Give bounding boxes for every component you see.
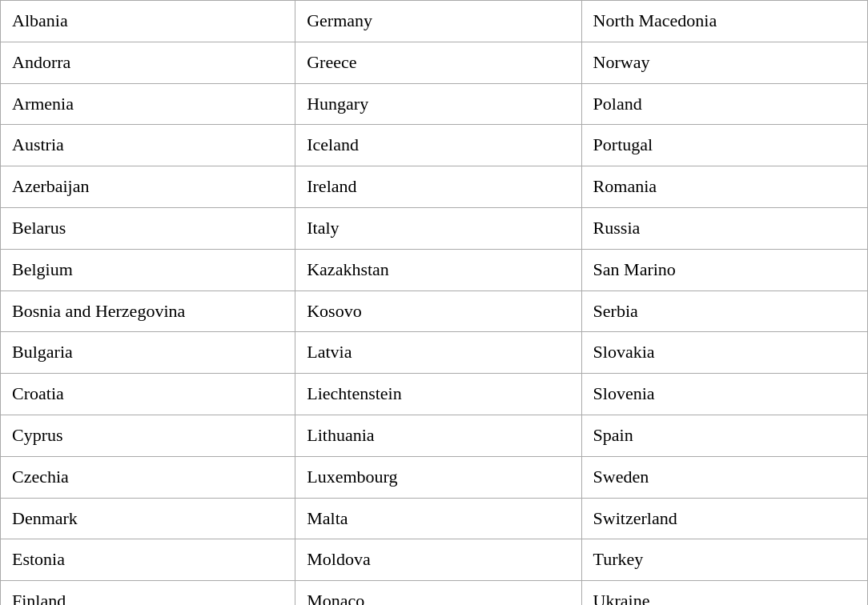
table-cell: Andorra: [1, 42, 295, 83]
table-cell: North Macedonia: [581, 1, 867, 42]
table-row: AlbaniaGermanyNorth Macedonia: [1, 1, 868, 42]
table-cell: Belgium: [1, 249, 295, 290]
table-cell: Bulgaria: [1, 332, 295, 374]
table-cell: Latvia: [295, 332, 581, 374]
countries-table: AlbaniaGermanyNorth MacedoniaAndorraGree…: [0, 0, 868, 605]
table-cell: Albania: [1, 1, 295, 42]
table-row: BulgariaLatviaSlovakia: [1, 332, 868, 374]
table-cell: Iceland: [295, 125, 581, 166]
table-cell: Moldova: [295, 539, 581, 581]
table-row: EstoniaMoldovaTurkey: [1, 539, 868, 581]
table-cell: San Marino: [581, 249, 867, 290]
table-row: BelarusItalyRussia: [1, 207, 868, 249]
table-cell: Malta: [295, 498, 581, 539]
table-cell: Bosnia and Herzegovina: [1, 290, 295, 332]
table-cell: Serbia: [581, 290, 867, 332]
table-cell: Croatia: [1, 374, 295, 415]
table-row: BelgiumKazakhstanSan Marino: [1, 249, 868, 290]
table-cell: Monaco: [295, 581, 581, 605]
table-row: Bosnia and HerzegovinaKosovoSerbia: [1, 290, 868, 332]
table-row: AndorraGreeceNorway: [1, 42, 868, 83]
table-cell: Portugal: [581, 125, 867, 166]
table-cell: Austria: [1, 125, 295, 166]
table-cell: Italy: [295, 207, 581, 249]
table-cell: Kosovo: [295, 290, 581, 332]
table-cell: Kazakhstan: [295, 249, 581, 290]
countries-table-container: AlbaniaGermanyNorth MacedoniaAndorraGree…: [0, 0, 868, 605]
table-row: ArmeniaHungaryPoland: [1, 83, 868, 125]
table-cell: Spain: [581, 415, 867, 456]
table-cell: Azerbaijan: [1, 166, 295, 208]
table-cell: Slovenia: [581, 374, 867, 415]
table-cell: Cyprus: [1, 415, 295, 456]
table-cell: Luxembourg: [295, 456, 581, 498]
table-cell: Armenia: [1, 83, 295, 125]
table-cell: Ukraine: [581, 581, 867, 605]
table-cell: Hungary: [295, 83, 581, 125]
table-cell: Norway: [581, 42, 867, 83]
table-row: AustriaIcelandPortugal: [1, 125, 868, 166]
table-cell: Belarus: [1, 207, 295, 249]
table-cell: Germany: [295, 1, 581, 42]
table-cell: Poland: [581, 83, 867, 125]
table-cell: Switzerland: [581, 498, 867, 539]
table-cell: Russia: [581, 207, 867, 249]
table-row: FinlandMonacoUkraine: [1, 581, 868, 605]
table-cell: Slovakia: [581, 332, 867, 374]
table-row: CyprusLithuaniaSpain: [1, 415, 868, 456]
table-row: DenmarkMaltaSwitzerland: [1, 498, 868, 539]
table-cell: Turkey: [581, 539, 867, 581]
table-cell: Estonia: [1, 539, 295, 581]
table-row: AzerbaijanIrelandRomania: [1, 166, 868, 208]
table-cell: Greece: [295, 42, 581, 83]
table-cell: Sweden: [581, 456, 867, 498]
table-cell: Finland: [1, 581, 295, 605]
table-cell: Czechia: [1, 456, 295, 498]
table-cell: Lithuania: [295, 415, 581, 456]
table-cell: Liechtenstein: [295, 374, 581, 415]
table-cell: Denmark: [1, 498, 295, 539]
table-cell: Romania: [581, 166, 867, 208]
table-cell: Ireland: [295, 166, 581, 208]
table-row: CroatiaLiechtensteinSlovenia: [1, 374, 868, 415]
table-row: CzechiaLuxembourgSweden: [1, 456, 868, 498]
